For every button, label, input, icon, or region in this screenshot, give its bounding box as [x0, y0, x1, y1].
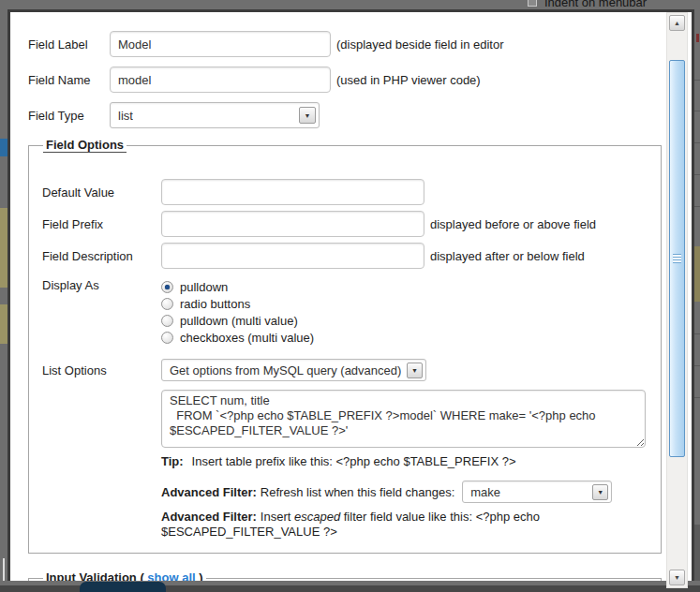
tip-text: Insert table prefix like this: <?php ech…	[192, 454, 516, 468]
background-highlight-row	[0, 304, 7, 344]
field-prefix-input[interactable]	[161, 211, 424, 237]
background-selected-row	[0, 139, 7, 156]
advanced-filter-insert-pre: Insert	[261, 510, 294, 524]
radio-selected-icon	[161, 281, 173, 293]
display-as-label: Display As	[42, 278, 161, 292]
field-label-input[interactable]	[110, 31, 331, 57]
field-name-label: Field Name	[28, 73, 110, 87]
screen: Indent on menubar Field Label (displayed…	[0, 0, 700, 592]
radio-pulldown-multi[interactable]: pulldown (multi value)	[161, 312, 314, 329]
field-description-note: displayed after or below field	[430, 249, 585, 263]
display-as-row: Display As pulldown radio buttons pul	[42, 278, 648, 346]
default-value-row: Default Value	[42, 179, 648, 205]
background-highlight-row	[0, 208, 7, 288]
background-page-bottom	[0, 581, 700, 592]
refresh-field-value: make	[470, 485, 500, 499]
default-value-label: Default Value	[42, 185, 161, 200]
field-prefix-label: Field Prefix	[42, 217, 161, 231]
dialog-scrollbar[interactable]: ▲ ▼	[666, 12, 688, 588]
field-type-select[interactable]: list ▼	[110, 102, 320, 128]
background-page-left	[0, 9, 7, 581]
radio-icon	[161, 298, 173, 310]
field-prefix-note: displayed before or above field	[430, 217, 596, 231]
input-validation-legend-pre: Input Validation (	[46, 570, 147, 581]
advanced-filter-insert-italic: escaped	[294, 510, 340, 524]
advanced-filter-label: Advanced Filter:	[161, 510, 257, 524]
mysql-query-textarea[interactable]: SELECT num, title FROM `<?php echo $TABL…	[161, 390, 646, 448]
field-type-row: Field Type list ▼	[28, 102, 667, 128]
field-label-row: Field Label (displayed beside field in e…	[28, 31, 667, 57]
radio-checkboxes-multi-label: checkboxes (multi value)	[180, 331, 314, 345]
field-description-label: Field Description	[42, 249, 161, 263]
list-options-label: List Options	[42, 363, 161, 377]
radio-radio-buttons-label: radio buttons	[180, 297, 250, 311]
radio-pulldown-multi-label: pulldown (multi value)	[180, 314, 298, 328]
background-anchor-mark	[696, 34, 699, 42]
field-editor-dialog: Field Label (displayed beside field in e…	[7, 9, 694, 581]
scrollbar-grip-icon	[673, 254, 681, 263]
tip-line: Tip:Insert table prefix like this: <?php…	[161, 454, 648, 468]
indent-on-menubar-checkbox[interactable]	[528, 0, 537, 7]
query-row: SELECT num, title FROM `<?php echo $TABL…	[161, 387, 648, 451]
background-page-top: Indent on menubar	[0, 0, 700, 9]
list-options-row: List Options Get options from MySQL quer…	[42, 359, 648, 381]
radio-icon	[161, 332, 173, 344]
scroll-up-button[interactable]: ▲	[669, 15, 685, 31]
show-all-link[interactable]: show all	[147, 570, 195, 581]
field-prefix-row: Field Prefix displayed before or above f…	[42, 211, 648, 237]
indent-on-menubar-label: Indent on menubar	[544, 0, 647, 9]
field-type-value: list	[118, 109, 133, 123]
refresh-field-select[interactable]: make ▼	[462, 481, 612, 503]
field-label-label: Field Label	[28, 37, 110, 52]
background-highlight-row	[694, 246, 700, 302]
list-options-value: Get options from MySQL query (advanced)	[170, 363, 401, 377]
advanced-filter-refresh-text: Refresh list when this field changes:	[261, 485, 454, 499]
dialog-content: Field Label (displayed beside field in e…	[10, 12, 667, 581]
field-type-label: Field Type	[28, 109, 110, 123]
radio-icon	[161, 315, 173, 327]
tip-label: Tip:	[161, 454, 184, 468]
field-label-note: (displayed beside field in editor	[336, 37, 504, 52]
scrollbar-thumb[interactable]	[669, 60, 685, 457]
radio-pulldown-label: pulldown	[180, 280, 228, 294]
input-validation-legend-post: )	[196, 570, 203, 581]
advanced-filter-refresh-row: Advanced Filter:Refresh list when this f…	[161, 481, 648, 503]
background-tab	[80, 582, 166, 592]
background-page-right	[694, 0, 700, 592]
input-validation-legend: Input Validation ( show all )	[43, 570, 206, 581]
field-name-row: Field Name (used in PHP viewer code)	[28, 67, 667, 93]
advanced-filter-insert-note: Advanced Filter:Insert escaped filter fi…	[161, 510, 611, 540]
background-fieldset-edge	[3, 558, 5, 581]
field-description-row: Field Description displayed after or bel…	[42, 243, 648, 269]
field-options-legend: Field Options	[43, 138, 127, 153]
advanced-filter-label: Advanced Filter:	[161, 485, 257, 499]
field-options-fieldset: Field Options Default Value Field Prefix…	[28, 138, 662, 554]
input-validation-fieldset: Input Validation ( show all )	[28, 570, 662, 581]
radio-pulldown[interactable]: pulldown	[161, 278, 314, 295]
dropdown-arrow-icon: ▼	[407, 363, 423, 378]
display-as-options: pulldown radio buttons pulldown (multi v…	[161, 278, 314, 346]
field-name-note: (used in PHP viewer code)	[336, 73, 481, 87]
default-value-input[interactable]	[161, 179, 424, 205]
dropdown-arrow-icon: ▼	[299, 107, 316, 124]
list-options-select[interactable]: Get options from MySQL query (advanced) …	[161, 359, 426, 381]
radio-checkboxes-multi[interactable]: checkboxes (multi value)	[161, 329, 314, 346]
radio-radio-buttons[interactable]: radio buttons	[161, 295, 314, 312]
scroll-down-button[interactable]: ▼	[669, 570, 685, 585]
field-description-input[interactable]	[161, 243, 424, 269]
field-name-input[interactable]	[110, 67, 331, 93]
dropdown-arrow-icon: ▼	[592, 484, 608, 500]
